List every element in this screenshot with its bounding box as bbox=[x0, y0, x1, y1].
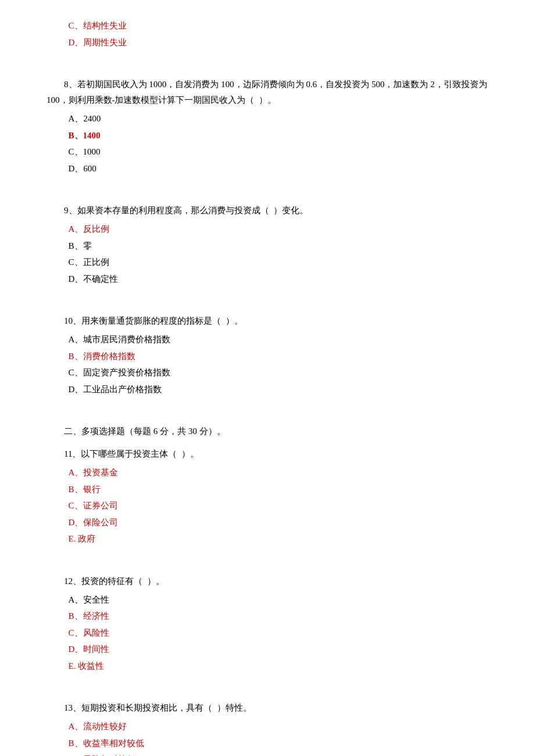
option-11b: B、银行 bbox=[69, 481, 489, 498]
question-10-text: 10、用来衡量通货膨胀的程度的指标是（ ）。 bbox=[47, 313, 488, 329]
option-11e: E. 政府 bbox=[69, 531, 489, 547]
option-10a: A、城市居民消费价格指数 bbox=[69, 331, 489, 348]
option-10d: D、工业品出产价格指数 bbox=[69, 381, 489, 398]
option-13c: C、风险相对较低 bbox=[69, 751, 489, 756]
option-7c: C、结构性失业 bbox=[69, 17, 489, 34]
option-9b: B、零 bbox=[69, 238, 489, 255]
option-10c: C、固定资产投资价格指数 bbox=[69, 364, 489, 381]
question-13-text: 13、短期投资和长期投资相比，具有（ ）特性。 bbox=[47, 700, 488, 716]
option-12b: B、经济性 bbox=[69, 608, 489, 625]
option-9a: A、反比例 bbox=[69, 221, 489, 238]
option-11a: A、投资基金 bbox=[69, 464, 489, 481]
option-7d: D、周期性失业 bbox=[69, 34, 489, 51]
option-8c: C、1000 bbox=[69, 144, 489, 160]
option-8a: A、2400 bbox=[69, 110, 489, 127]
option-8d: D、600 bbox=[69, 160, 489, 177]
question-9: 9、如果资本存量的利用程度高，那么消费与投资成（ ）变化。 A、反比例 B、零 … bbox=[47, 203, 488, 287]
option-11d: D、保险公司 bbox=[69, 514, 489, 531]
question-12-text: 12、投资的特征有（ ）。 bbox=[47, 574, 488, 589]
question-10: 10、用来衡量通货膨胀的程度的指标是（ ）。 A、城市居民消费价格指数 B、消费… bbox=[47, 313, 488, 397]
option-12c: C、风险性 bbox=[69, 625, 489, 642]
question-8: 8、若初期国民收入为 1000，自发消费为 100，边际消费倾向为 0.6，自发… bbox=[47, 77, 488, 177]
option-12a: A、安全性 bbox=[69, 592, 489, 608]
option-13a: A、流动性较好 bbox=[69, 718, 489, 735]
question-11: 11、以下哪些属于投资主体（ ）。 A、投资基金 B、银行 C、证券公司 D、保… bbox=[47, 446, 488, 547]
option-9d: D、不确定性 bbox=[69, 271, 489, 288]
question-12: 12、投资的特征有（ ）。 A、安全性 B、经济性 C、风险性 D、时间性 E.… bbox=[47, 574, 488, 675]
question-13: 13、短期投资和长期投资相比，具有（ ）特性。 A、流动性较好 B、收益率相对较… bbox=[47, 700, 488, 756]
option-12d: D、时间性 bbox=[69, 641, 489, 658]
option-10b: B、消费价格指数 bbox=[69, 348, 489, 365]
section-2-title: 二、多项选择题（每题 6 分，共 30 分）。 bbox=[47, 424, 488, 439]
question-11-text: 11、以下哪些属于投资主体（ ）。 bbox=[47, 446, 488, 462]
question-9-text: 9、如果资本存量的利用程度高，那么消费与投资成（ ）变化。 bbox=[47, 203, 488, 218]
option-8b: B、1400 bbox=[69, 127, 489, 144]
question-7-cd: C、结构性失业 D、周期性失业 bbox=[47, 17, 488, 51]
option-11c: C、证券公司 bbox=[69, 497, 489, 514]
option-9c: C、正比例 bbox=[69, 254, 489, 271]
option-12e: E. 收益性 bbox=[69, 658, 489, 675]
question-8-text: 8、若初期国民收入为 1000，自发消费为 100，边际消费倾向为 0.6，自发… bbox=[47, 77, 488, 108]
option-13b: B、收益率相对较低 bbox=[69, 735, 489, 752]
